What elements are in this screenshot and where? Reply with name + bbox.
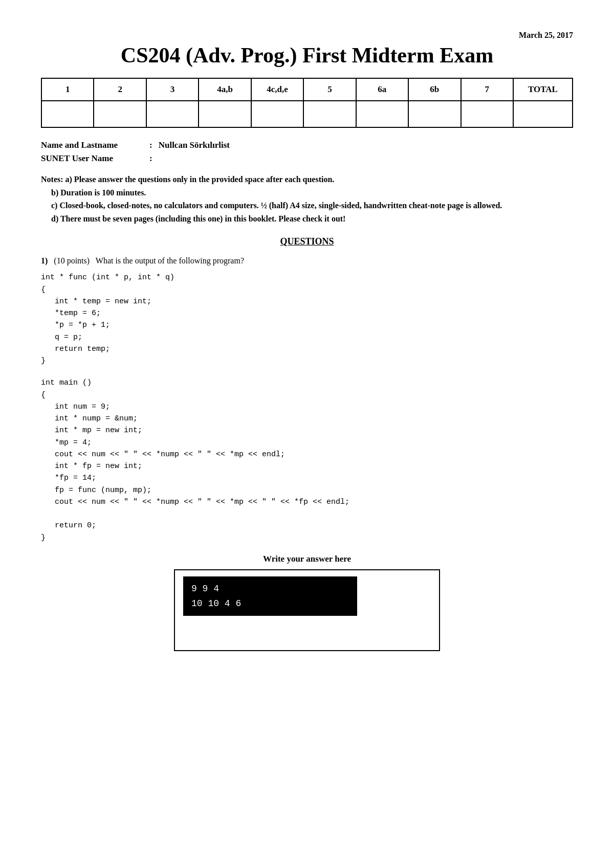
question-1-points: (10 points)	[54, 256, 90, 265]
grade-col-5: 5	[303, 78, 356, 101]
note-d: d) There must be seven pages (including …	[51, 214, 345, 223]
answer-label: Write your answer here	[41, 554, 573, 564]
note-c: c) Closed-book, closed-notes, no calcula…	[51, 201, 502, 210]
grade-val-1	[41, 101, 94, 127]
notes-section: Notes: a) Please answer the questions on…	[41, 173, 573, 225]
question-1-label: 1)	[41, 256, 48, 265]
grade-col-6b: 6b	[408, 78, 461, 101]
student-name: Nullcan Sörkılırlist	[159, 140, 230, 150]
grade-col-3: 3	[146, 78, 199, 101]
grade-table: 1 2 3 4a,b 4c,d,e 5 6a 6b 7 TOTAL	[41, 78, 573, 128]
question-1-text: What is the output of the following prog…	[96, 256, 244, 265]
answer-section: Write your answer here 9 9 4 10 10 4 6	[41, 554, 573, 651]
code-main: int main () { int num = 9; int * nump = …	[41, 377, 573, 544]
grade-col-7: 7	[461, 78, 513, 101]
grade-val-3	[146, 101, 199, 127]
student-info: Name and Lastname : Nullcan Sörkılırlist…	[41, 140, 573, 164]
questions-header: QUESTIONS	[41, 236, 573, 247]
grade-val-6a	[356, 101, 408, 127]
answer-line-1: 9 9 4	[191, 582, 349, 596]
answer-line-2: 10 10 4 6	[191, 596, 349, 611]
grade-col-1: 1	[41, 78, 94, 101]
grade-val-4cde	[251, 101, 303, 127]
grade-val-total	[513, 101, 573, 127]
name-label: Name and Lastname	[41, 140, 143, 150]
answer-box: 9 9 4 10 10 4 6	[174, 569, 440, 651]
exam-date: March 25, 2017	[41, 31, 573, 40]
exam-title: CS204 (Adv. Prog.) First Midterm Exam	[41, 43, 573, 68]
grade-val-7	[461, 101, 513, 127]
grade-col-2: 2	[94, 78, 146, 101]
grade-col-4ab: 4a,b	[199, 78, 251, 101]
code-func: int * func (int * p, int * q) { int * te…	[41, 272, 573, 367]
grade-val-2	[94, 101, 146, 127]
name-colon: :	[149, 140, 152, 150]
question-1-intro: 1) (10 points) What is the output of the…	[41, 256, 573, 265]
grade-col-4cde: 4c,d,e	[251, 78, 303, 101]
grade-col-total: TOTAL	[513, 78, 573, 101]
answer-output: 9 9 4 10 10 4 6	[183, 576, 357, 616]
grade-val-6b	[408, 101, 461, 127]
sunet-colon: :	[149, 153, 152, 164]
sunet-label: SUNET User Name	[41, 153, 143, 164]
notes-intro: Notes: a) Please answer the questions on…	[41, 175, 334, 184]
grade-col-6a: 6a	[356, 78, 408, 101]
note-b: b) Duration is 100 minutes.	[51, 188, 146, 197]
grade-val-5	[303, 101, 356, 127]
grade-val-4ab	[199, 101, 251, 127]
